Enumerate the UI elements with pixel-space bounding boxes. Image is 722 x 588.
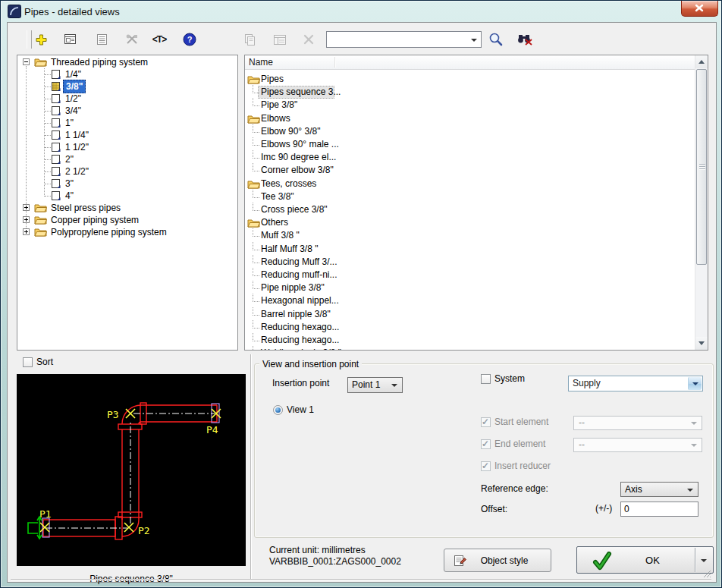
list-item-row[interactable]: Tee 3/8" xyxy=(245,190,695,203)
add-icon[interactable] xyxy=(32,30,50,49)
system-select[interactable]: Supply xyxy=(568,376,703,391)
column-divider[interactable] xyxy=(334,57,335,68)
list-item-row[interactable]: Imc 90 degree el... xyxy=(245,151,695,164)
list-item-row[interactable]: Corner elbow 3/8" xyxy=(245,164,695,177)
tree-item[interactable]: 3/4" xyxy=(17,105,237,117)
title-bar[interactable]: Pipes - detailed views xyxy=(1,1,721,22)
tree-item[interactable]: 1 1/4" xyxy=(17,129,237,141)
insert-reducer-label: Insert reducer xyxy=(494,461,551,471)
resize-grip[interactable] xyxy=(703,570,711,580)
sort-checkbox[interactable] xyxy=(23,357,33,367)
scrollbar-thumb[interactable] xyxy=(696,69,707,265)
end-element-select: -- xyxy=(573,438,702,452)
tree-item[interactable]: Polypropylene piping system xyxy=(17,226,237,238)
close-button[interactable] xyxy=(681,1,718,17)
tree-expander-icon[interactable] xyxy=(23,216,30,223)
sort-label: Sort xyxy=(36,357,53,367)
chevron-down-icon xyxy=(692,382,698,385)
list-item-row[interactable]: Reducing muff-ni... xyxy=(245,269,695,281)
dialog-content: <T> ? Threaded piping system1/4"3/8"1/2 xyxy=(7,22,717,583)
scroll-down-button[interactable] xyxy=(695,337,708,350)
list-group-row[interactable]: Elbows xyxy=(245,112,695,125)
tree-item[interactable]: 2 1/2" xyxy=(17,165,237,178)
folder-icon xyxy=(34,227,47,240)
category-tree-panel: Threaded piping system1/4"3/8"1/2"3/4"1"… xyxy=(17,55,238,351)
list-item-row[interactable]: Reducing hexago... xyxy=(245,321,695,334)
groupbox-title: View and insertion point xyxy=(259,359,362,369)
column-header-name[interactable]: Name xyxy=(249,57,273,68)
list-item-row[interactable]: Barrel nipple 3/8" xyxy=(245,308,695,321)
tree-item[interactable]: 3/8" xyxy=(17,80,237,93)
list-group-row[interactable]: Tees, crosses xyxy=(245,178,695,190)
tree-item[interactable]: 4" xyxy=(17,190,237,202)
list-group-row[interactable]: Pipes xyxy=(245,73,695,86)
list-item-row[interactable]: Half Muff 3/8 " xyxy=(245,243,695,256)
insertion-point-select[interactable]: Point 1 xyxy=(347,377,403,393)
dialog-edit-icon[interactable] xyxy=(61,30,79,49)
end-element-checkbox xyxy=(481,439,491,449)
svg-text:P4: P4 xyxy=(206,424,218,435)
ok-button[interactable]: OK xyxy=(576,546,714,574)
insertion-point-label: Insertion point xyxy=(272,378,329,388)
reference-edge-select[interactable]: Axis xyxy=(620,482,698,497)
current-unit-text: Current unit: millimetres xyxy=(269,545,401,556)
search-combobox[interactable] xyxy=(326,31,482,48)
system-checkbox[interactable] xyxy=(481,374,491,384)
window-title: Pipes - detailed views xyxy=(24,6,120,17)
text-tool-icon[interactable]: <T> xyxy=(150,30,168,49)
list-item-row[interactable]: Pipe 3/8" xyxy=(245,99,695,112)
vertical-scrollbar[interactable] xyxy=(695,55,708,350)
list-item-row[interactable]: Cross piece 3/8" xyxy=(245,203,695,216)
chevron-down-icon[interactable] xyxy=(471,39,477,42)
search-icon[interactable] xyxy=(487,30,505,49)
status-text: Current unit: millimetres VARBBIB_0001:Z… xyxy=(269,545,401,568)
list-item-row[interactable]: Elbows 90° male ... xyxy=(245,138,695,151)
list-column-header[interactable]: Name xyxy=(245,55,695,70)
scroll-up-button[interactable] xyxy=(695,55,708,68)
find-binoculars-icon[interactable] xyxy=(516,30,534,49)
tree-item[interactable]: Threaded piping system xyxy=(17,56,237,68)
end-element-label: End element xyxy=(494,439,545,449)
tree-item[interactable]: 1/2" xyxy=(17,93,237,105)
tree-item[interactable]: 2" xyxy=(17,153,237,165)
toolbar-gripper[interactable] xyxy=(27,30,32,49)
tree-expander-icon[interactable] xyxy=(23,58,30,65)
start-element-label: Start element xyxy=(494,417,548,427)
list-item-row[interactable]: Hexagonal nippel... xyxy=(245,294,695,307)
list-item-row[interactable]: Pipe nipple 3/8" xyxy=(245,281,695,294)
list-item-row[interactable]: Elbow 90° 3/8" xyxy=(245,125,695,138)
list-group-row[interactable]: Others xyxy=(245,216,695,229)
tree-item[interactable]: 1" xyxy=(17,117,237,129)
system-label: System xyxy=(494,373,525,384)
tree-item[interactable]: 3" xyxy=(17,178,237,190)
tree-expander-icon[interactable] xyxy=(23,228,30,235)
tree-item[interactable]: Copper piping system xyxy=(17,214,237,226)
view1-radio[interactable] xyxy=(273,405,283,415)
vertical-separator xyxy=(250,354,251,580)
list-item-row[interactable]: Muff 3/8 " xyxy=(245,229,695,242)
details-icon xyxy=(271,30,289,49)
help-icon[interactable]: ? xyxy=(180,30,199,49)
search-input[interactable] xyxy=(328,33,468,48)
tree-item[interactable]: 1/4" xyxy=(17,68,237,80)
dialog-window: Pipes - detailed views <T> ? xyxy=(0,0,722,588)
view1-label: View 1 xyxy=(287,404,314,415)
list-item-row[interactable]: Pipes sequence 3... xyxy=(245,86,695,99)
list-item-row[interactable]: Reducing hexago... xyxy=(245,334,695,347)
svg-text:P3: P3 xyxy=(107,409,119,420)
offset-input[interactable] xyxy=(620,502,698,517)
tree-item[interactable]: Steel press pipes xyxy=(17,202,237,214)
tree-expander-icon[interactable] xyxy=(23,204,30,211)
library-code-text: VARBBIB_0001:ZAGS000_0002 xyxy=(269,556,401,568)
arrow-up-icon xyxy=(698,60,705,64)
list-item-row[interactable]: Welding nipple 3/8 " xyxy=(245,347,695,350)
tree-item[interactable]: 1 1/2" xyxy=(17,141,237,153)
object-style-button[interactable]: Object style xyxy=(444,549,551,572)
ok-dropdown-icon[interactable] xyxy=(701,559,707,562)
chevron-down-icon xyxy=(691,422,697,425)
items-list-panel: Name PipesPipes sequence 3...Pipe 3/8"El… xyxy=(244,55,708,351)
horizontal-separator xyxy=(11,579,711,580)
list-item-row[interactable]: Reducing Muff 3/... xyxy=(245,256,695,269)
list-view-icon[interactable] xyxy=(93,30,111,49)
copy-icon xyxy=(240,30,259,49)
